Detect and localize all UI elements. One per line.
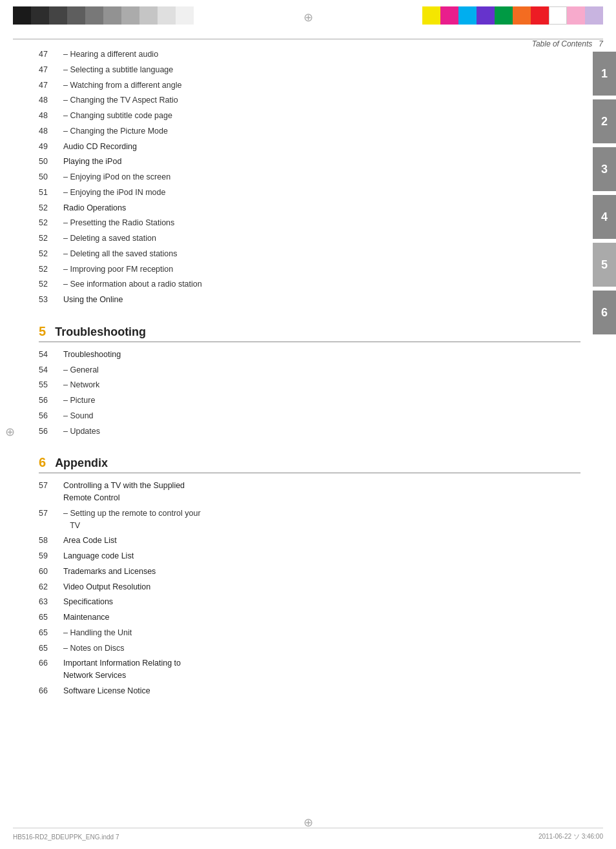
toc-entry-52-5: 52 – Improving poor FM reception xyxy=(39,263,580,276)
toc-entry-65-3: 65 – Notes on Discs xyxy=(39,642,580,655)
toc-entry-65-1: 65 Maintenance xyxy=(39,611,580,624)
section6-heading: 6 Appendix xyxy=(39,455,580,473)
toc-entry-52-1: 52 Radio Operations xyxy=(39,202,580,214)
toc-entry-48-1: 48 – Changing the TV Aspect Ratio xyxy=(39,94,580,107)
toc-entry-66-1: 66 Important Information Relating toNetw… xyxy=(39,657,580,682)
tab-4[interactable]: 4 xyxy=(593,195,616,239)
section5-num: 5 xyxy=(39,324,46,339)
toc-entry-57-1: 57 Controlling a TV with the SuppliedRem… xyxy=(39,480,580,504)
toc-entry-52-2: 52 – Presetting the Radio Stations xyxy=(39,217,580,229)
toc-entry-56-1: 56 – Picture xyxy=(39,394,580,407)
toc-entry-50-2: 50 – Enjoying iPod on the screen xyxy=(39,171,580,183)
toc-entry-56-3: 56 – Updates xyxy=(39,425,580,438)
toc-entry-49: 49 Audio CD Recording xyxy=(39,141,580,153)
toc-entry-63: 63 Specifications xyxy=(39,596,580,608)
toc-entry-60: 60 Trademarks and Licenses xyxy=(39,566,580,578)
footer: HB516-RD2_BDEUPPK_ENG.indd 7 2011-06-22 … xyxy=(13,828,603,841)
toc-entry-66-2: 66 Software License Notice xyxy=(39,685,580,697)
footer-right: 2011-06-22 ソ 3:46:00 xyxy=(539,832,603,841)
reg-mark-top: ⊕ xyxy=(303,10,313,25)
color-bar-left xyxy=(13,6,194,25)
tab-3[interactable]: 3 xyxy=(593,147,616,191)
toc-entry-47-3: 47 – Watching from a different angle xyxy=(39,79,580,92)
tab-2[interactable]: 2 xyxy=(593,99,616,143)
section5-heading: 5 Troubleshooting xyxy=(39,324,580,342)
toc-entry-54-2: 54 – General xyxy=(39,364,580,376)
toc-entry-56-2: 56 – Sound xyxy=(39,410,580,422)
section6-entries: 57 Controlling a TV with the SuppliedRem… xyxy=(39,480,580,697)
tab-6[interactable]: 6 xyxy=(593,291,616,334)
toc-entry-57-2: 57 – Setting up the remote to control yo… xyxy=(39,507,580,532)
section5-title: Troubleshooting xyxy=(55,325,146,339)
tab-1[interactable]: 1 xyxy=(593,52,616,96)
header-title: Table of Contents 7 xyxy=(532,39,603,48)
reg-mark-left: ⊕ xyxy=(5,425,15,439)
tabs-right: 1 2 3 4 5 6 xyxy=(593,52,616,337)
toc-entry-52-4: 52 – Deleting all the saved stations xyxy=(39,248,580,260)
toc-entry-50-1: 50 Playing the iPod xyxy=(39,156,580,168)
toc-entry-48-2: 48 – Changing subtitle code page xyxy=(39,110,580,122)
toc-entry-55: 55 – Network xyxy=(39,379,580,391)
toc-entry-48-3: 48 – Changing the Picture Mode xyxy=(39,125,580,138)
toc-entry-58: 58 Area Code List xyxy=(39,535,580,547)
toc-entry-65-2: 65 – Handling the Unit xyxy=(39,627,580,639)
section5-entries: 54 Troubleshooting 54 – General 55 – Net… xyxy=(39,349,580,438)
toc-entry-51: 51 – Enjoying the iPod IN mode xyxy=(39,187,580,199)
toc-entry-62: 62 Video Output Resolution xyxy=(39,581,580,593)
section6-num: 6 xyxy=(39,455,46,470)
toc-entry-54-1: 54 Troubleshooting xyxy=(39,349,580,361)
footer-left: HB516-RD2_BDEUPPK_ENG.indd 7 xyxy=(13,834,119,841)
section6-title: Appendix xyxy=(55,456,108,470)
toc-entry-47-1: 47 – Hearing a different audio xyxy=(39,48,580,61)
color-bar-right xyxy=(422,6,603,25)
main-content: 47 – Hearing a different audio 47 – Sele… xyxy=(39,48,580,701)
toc-entry-52-6: 52 – See information about a radio stati… xyxy=(39,278,580,291)
toc-entry-53: 53 Using the Online xyxy=(39,294,580,306)
tab-5[interactable]: 5 xyxy=(593,243,616,287)
toc-entry-59: 59 Language code List xyxy=(39,550,580,562)
toc-entry-47-2: 47 – Selecting a subtitle language xyxy=(39,64,580,76)
toc-entry-52-3: 52 – Deleting a saved station xyxy=(39,232,580,245)
toc-top-entries: 47 – Hearing a different audio 47 – Sele… xyxy=(39,48,580,306)
